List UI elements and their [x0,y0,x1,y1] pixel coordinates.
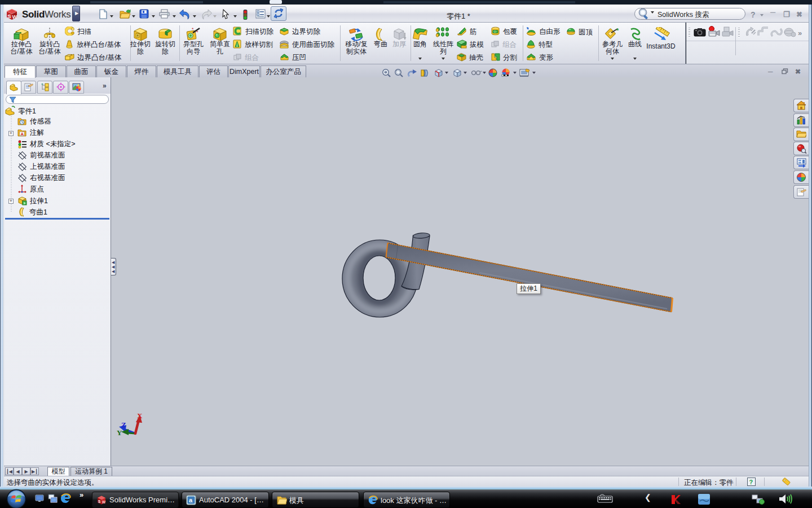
svg-text:?: ? [749,479,753,485]
svg-text:S: S [98,500,101,503]
svg-text:*: * [192,27,194,32]
svg-text:W: W [102,500,106,504]
svg-text:Z: Z [121,421,126,429]
svg-text:a: a [189,497,193,503]
svg-text:*: * [196,29,198,35]
svg-text:CI: CI [494,30,497,33]
svg-text:A: A [21,132,24,137]
svg-text:S: S [7,13,11,19]
svg-text:W: W [12,14,17,20]
svg-text:Y: Y [117,428,122,437]
svg-text:X: X [137,411,143,420]
